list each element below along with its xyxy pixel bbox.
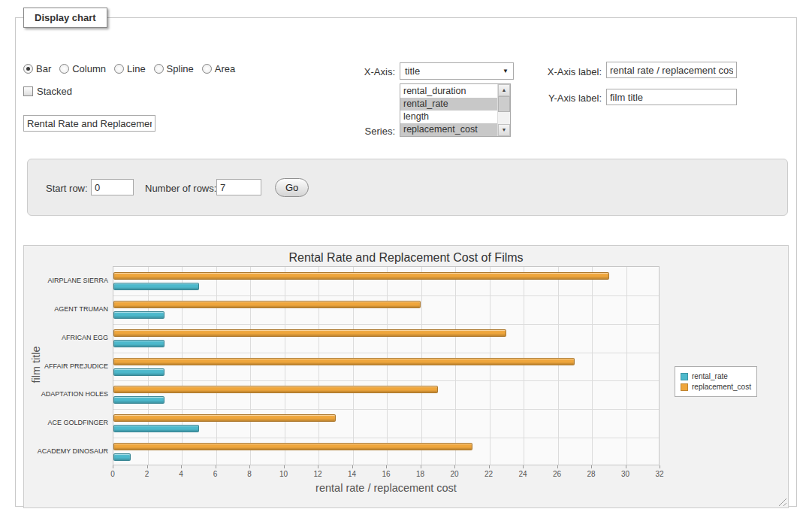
chart-type-option-bar[interactable]: Bar — [23, 63, 51, 74]
x-tick — [216, 465, 216, 468]
x-tick-label: 20 — [443, 470, 466, 478]
number-of-rows-input[interactable] — [216, 179, 261, 195]
gridline — [387, 267, 388, 465]
series-caption: Series: — [316, 126, 395, 137]
gridline — [113, 380, 659, 381]
x-tick — [489, 465, 490, 468]
bar-replacement_cost — [113, 301, 421, 308]
series-listbox[interactable]: rental_durationrental_ratelengthreplacem… — [400, 83, 511, 137]
x-tick — [386, 465, 387, 468]
x-tick-label: 26 — [546, 470, 569, 478]
x-tick — [454, 465, 455, 468]
bar-replacement_cost — [113, 329, 506, 337]
gridline — [113, 353, 659, 353]
chart-type-option-spline[interactable]: Spline — [154, 63, 194, 74]
gridline — [353, 267, 354, 465]
listbox-scrollbar[interactable]: ▲ ▼ — [497, 84, 510, 136]
bar-rental_rate — [113, 311, 165, 319]
gridline — [592, 267, 593, 465]
x-tick — [557, 465, 558, 468]
x-tick-label: 32 — [648, 470, 671, 478]
series-option-rental_duration[interactable]: rental_duration — [400, 85, 497, 98]
bar-replacement_cost — [113, 414, 336, 422]
x-tick — [113, 465, 113, 468]
bar-replacement_cost — [113, 443, 472, 450]
gridline — [490, 267, 491, 465]
scroll-thumb[interactable] — [498, 96, 510, 112]
radio-icon[interactable] — [202, 64, 212, 74]
x-tick — [591, 465, 592, 468]
stacked-checkbox-row[interactable]: Stacked — [23, 86, 72, 97]
radio-icon[interactable] — [23, 64, 33, 74]
x-tick-label: 8 — [238, 470, 261, 478]
category-label: AFRICAN EGG — [26, 334, 108, 341]
radio-icon[interactable] — [59, 64, 69, 74]
x-tick — [523, 465, 524, 468]
select-arrow-icon: ▼ — [503, 68, 509, 74]
gridline — [182, 267, 183, 465]
x-axis-caption: X-Axis: — [316, 66, 395, 77]
x-axis-select-value: title — [405, 65, 420, 77]
series-option-rental_rate[interactable]: rental_rate — [400, 98, 497, 111]
bar-replacement_cost — [113, 386, 438, 393]
y-axis-label-input[interactable] — [606, 89, 737, 105]
gridline — [524, 267, 524, 465]
x-tick — [147, 465, 148, 468]
y-axis-label-caption: Y-Axis label: — [524, 92, 602, 104]
panel-title: Display chart — [23, 8, 107, 28]
chart-type-option-column[interactable]: Column — [59, 63, 106, 74]
scroll-down-icon[interactable]: ▼ — [498, 124, 510, 136]
resize-handle-icon[interactable] — [777, 496, 786, 506]
chart-type-label: Bar — [36, 63, 51, 74]
legend-label: replacement_cost — [692, 383, 751, 391]
x-tick — [660, 465, 660, 468]
chart-type-label: Column — [72, 63, 106, 74]
legend-item-replacement_cost[interactable]: replacement_cost — [681, 383, 751, 391]
chart-title: Rental Rate and Replacement Cost of Film… — [24, 251, 788, 265]
x-axis-label-caption: X-Axis label: — [524, 66, 602, 77]
chart-type-option-area[interactable]: Area — [202, 63, 235, 74]
x-tick-label: 16 — [375, 470, 397, 478]
legend-swatch — [681, 373, 688, 380]
x-tick — [421, 465, 421, 468]
series-option-length[interactable]: length — [400, 111, 497, 123]
x-axis-select[interactable]: title ▼ — [400, 62, 514, 80]
gridline — [421, 267, 422, 465]
category-label: AGENT TRUMAN — [26, 305, 108, 313]
chart-title-input[interactable] — [23, 115, 155, 132]
bar-replacement_cost — [113, 272, 609, 280]
radio-icon[interactable] — [154, 64, 164, 74]
x-tick — [181, 465, 182, 468]
rows-panel: Start row: Number of rows: Go — [27, 159, 788, 216]
radio-icon[interactable] — [114, 64, 124, 74]
start-row-input[interactable] — [91, 179, 134, 195]
chart-type-option-line[interactable]: Line — [114, 63, 146, 74]
series-option-replacement_cost[interactable]: replacement_cost — [400, 123, 497, 136]
category-label: ACADEMY DINOSAUR — [26, 447, 108, 455]
plot-area — [113, 266, 660, 465]
bar-replacement_cost — [113, 358, 575, 365]
x-tick-label: 0 — [101, 470, 124, 478]
legend-label: rental_rate — [692, 372, 728, 380]
bar-rental_rate — [113, 453, 131, 461]
gridline — [285, 267, 285, 465]
x-tick-label: 12 — [306, 470, 329, 478]
category-label: AFFAIR PREJUDICE — [26, 362, 108, 370]
x-axis-label-input[interactable] — [606, 62, 737, 78]
x-tick-label: 22 — [478, 470, 500, 478]
gridline — [113, 409, 659, 410]
gridline — [318, 267, 319, 465]
legend-swatch — [681, 383, 688, 391]
x-tick — [626, 465, 626, 468]
gridline — [558, 267, 559, 465]
legend-item-rental_rate[interactable]: rental_rate — [681, 372, 751, 380]
go-button[interactable]: Go — [275, 178, 309, 197]
stacked-checkbox[interactable] — [23, 86, 33, 96]
gridline — [216, 267, 217, 465]
x-tick-label: 30 — [614, 470, 637, 478]
x-tick — [284, 465, 285, 468]
category-label: AIRPLANE SIERRA — [26, 277, 108, 284]
stacked-label: Stacked — [37, 86, 72, 97]
scroll-up-icon[interactable]: ▲ — [498, 84, 510, 96]
x-tick-label: 14 — [341, 470, 364, 478]
